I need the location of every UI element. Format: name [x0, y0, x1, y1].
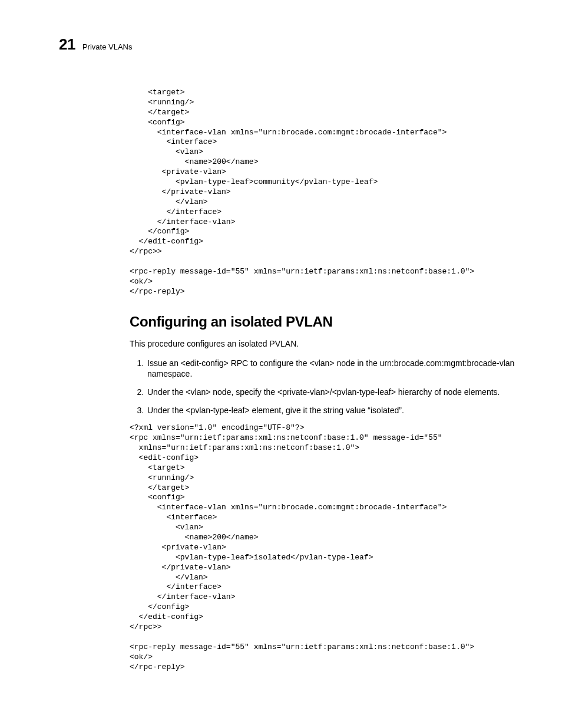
procedure-steps: Issue an <edit-config> RPC to configure … — [130, 358, 521, 417]
step-item: Under the <vlan> node, specify the <priv… — [146, 387, 521, 398]
step-item: Issue an <edit-config> RPC to configure … — [146, 358, 521, 380]
section-heading: Configuring an isolated PVLAN — [130, 314, 521, 330]
running-title: Private VLANs — [82, 42, 133, 51]
code-block-bottom: <?xml version="1.0" encoding="UTF-8"?> <… — [130, 423, 521, 672]
step-item: Under the <pvlan-type-leaf> element, giv… — [146, 405, 521, 416]
main-content: <target> <running/> </target> <config> <… — [130, 88, 521, 672]
page-number: 21 — [59, 35, 75, 54]
page-container: 21 Private VLANs <target> <running/> </t… — [0, 0, 562, 728]
page-header: 21 Private VLANs — [59, 35, 521, 54]
section-intro: This procedure configures an isolated PV… — [130, 338, 521, 350]
code-block-top: <target> <running/> </target> <config> <… — [130, 88, 521, 297]
